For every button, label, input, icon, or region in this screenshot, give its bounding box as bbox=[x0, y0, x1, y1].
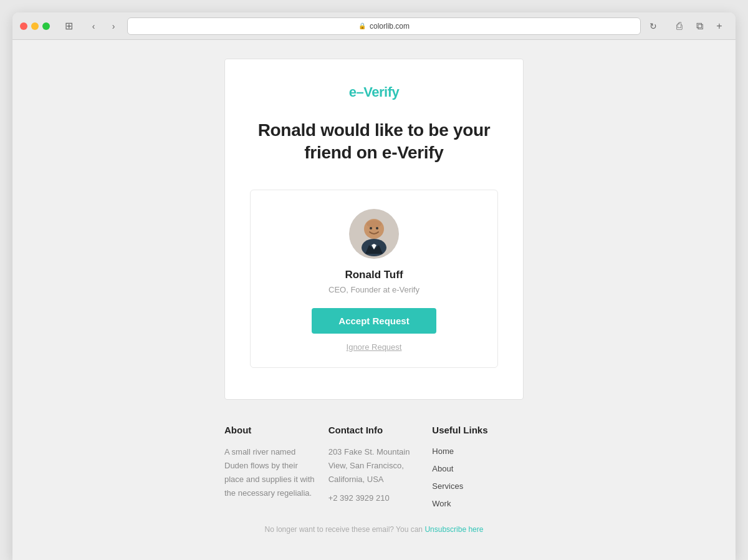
lock-icon: 🔒 bbox=[358, 22, 366, 29]
footer-about-title: About bbox=[224, 425, 316, 435]
accept-request-button[interactable]: Accept Request bbox=[312, 308, 436, 334]
footer-contact-column: Contact Info 203 Fake St. Mountain View,… bbox=[328, 425, 420, 515]
ignore-request-button[interactable]: Ignore Request bbox=[347, 342, 402, 352]
footer-about-column: About A small river named Duden flows by… bbox=[224, 425, 316, 515]
tabs-button[interactable]: ⧉ bbox=[691, 17, 708, 35]
main-area: e–Verify Ronald would like to be your fr… bbox=[12, 40, 736, 400]
profile-card: Ronald Tuff CEO, Founder at e-Verify Acc… bbox=[250, 190, 498, 368]
list-item: Work bbox=[432, 498, 524, 509]
share-button[interactable]: ⎙ bbox=[671, 17, 688, 35]
footer-link-about[interactable]: About bbox=[432, 464, 453, 473]
browser-toolbar: ⊞ ‹ › 🔒 colorlib.com ↻ ⎙ ⧉ + bbox=[12, 12, 736, 40]
back-button[interactable]: ‹ bbox=[85, 17, 102, 35]
list-item: Home bbox=[432, 445, 524, 456]
footer-link-home[interactable]: Home bbox=[432, 447, 454, 456]
list-item: About bbox=[432, 463, 524, 474]
reload-button[interactable]: ↻ bbox=[646, 19, 661, 34]
new-tab-button[interactable]: + bbox=[711, 17, 728, 35]
footer-links-list: Home About Services Work bbox=[432, 445, 524, 509]
maximize-button[interactable] bbox=[42, 22, 50, 30]
footer-links-title: Useful Links bbox=[432, 425, 524, 435]
main-heading: Ronald would like to be your friend on e… bbox=[250, 119, 498, 165]
url-text: colorlib.com bbox=[370, 22, 410, 31]
footer-links-column: Useful Links Home About Services Work bbox=[432, 425, 524, 515]
traffic-lights bbox=[20, 22, 50, 30]
email-container: e–Verify Ronald would like to be your fr… bbox=[224, 59, 524, 400]
footer-contact-address: 203 Fake St. Mountain View, San Francisc… bbox=[328, 445, 420, 486]
profile-title: CEO, Founder at e-Verify bbox=[328, 285, 420, 294]
logo-text: e–Verify bbox=[349, 84, 399, 100]
footer-contact-title: Contact Info bbox=[328, 425, 420, 435]
page-content: e–Verify Ronald would like to be your fr… bbox=[12, 40, 736, 553]
list-item: Services bbox=[432, 480, 524, 491]
close-button[interactable] bbox=[20, 22, 27, 30]
browser-window: ⊞ ‹ › 🔒 colorlib.com ↻ ⎙ ⧉ + e–Verify Ro… bbox=[12, 12, 736, 560]
minimize-button[interactable] bbox=[31, 22, 39, 30]
footer-link-services[interactable]: Services bbox=[432, 481, 463, 491]
footer-bottom: No longer want to receive these email? Y… bbox=[224, 515, 524, 540]
footer-area: About A small river named Duden flows by… bbox=[12, 400, 736, 553]
forward-button[interactable]: › bbox=[105, 17, 122, 35]
nav-buttons: ⊞ ‹ › bbox=[60, 17, 122, 35]
tab-view-button[interactable]: ⊞ bbox=[60, 17, 77, 35]
toolbar-right: ⎙ ⧉ + bbox=[671, 17, 728, 35]
footer-contact-phone: +2 392 3929 210 bbox=[328, 491, 420, 505]
footer-bottom-text: No longer want to receive these email? Y… bbox=[265, 525, 423, 534]
svg-point-4 bbox=[370, 227, 372, 229]
app-logo: e–Verify bbox=[250, 84, 498, 100]
avatar bbox=[349, 209, 399, 259]
unsubscribe-link[interactable]: Unsubscribe here bbox=[424, 525, 483, 534]
svg-point-5 bbox=[376, 227, 378, 229]
footer-columns: About A small river named Duden flows by… bbox=[224, 425, 524, 515]
avatar-image bbox=[349, 209, 399, 259]
footer-about-text: A small river named Duden flows by their… bbox=[224, 445, 316, 500]
footer-link-work[interactable]: Work bbox=[432, 499, 451, 508]
profile-name: Ronald Tuff bbox=[345, 269, 403, 281]
svg-point-3 bbox=[367, 220, 381, 228]
address-bar[interactable]: 🔒 colorlib.com bbox=[127, 17, 641, 35]
